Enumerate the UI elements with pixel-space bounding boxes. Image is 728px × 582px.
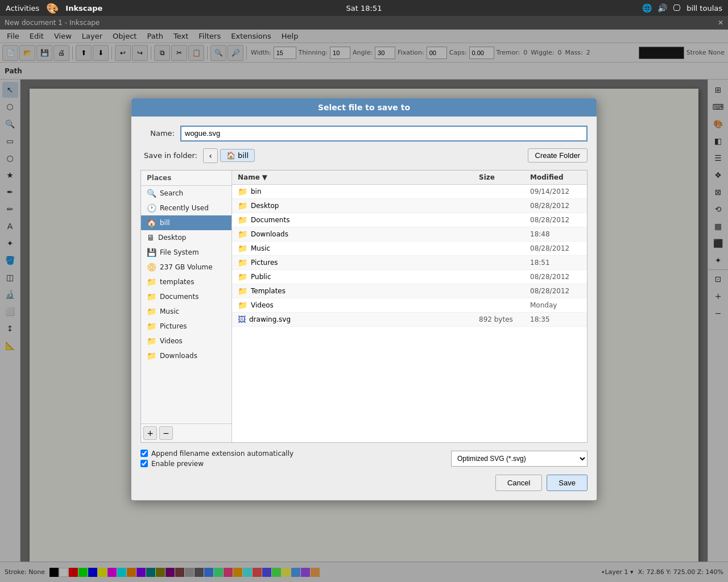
file-label-bin: bin xyxy=(251,188,262,196)
places-item-recently-used[interactable]: 🕐 Recently Used xyxy=(141,201,231,215)
files-header-modified[interactable]: Modified xyxy=(524,171,587,184)
files-header: Name ▼ Size Modified xyxy=(232,171,587,185)
save-in-label: Save in folder: xyxy=(140,151,197,160)
sort-icon: ▼ xyxy=(262,173,267,181)
file-label-drawing: drawing.svg xyxy=(249,315,291,323)
table-row[interactable]: 📁 Public 08/28/2012 xyxy=(232,270,587,284)
filename-input[interactable] xyxy=(180,126,588,142)
places-item-desktop[interactable]: 🖥 Desktop xyxy=(141,230,231,245)
table-row[interactable]: 📁 bin 09/14/2012 xyxy=(232,185,587,199)
volume-icon: 📀 xyxy=(147,263,156,272)
file-modified-pictures: 18:51 xyxy=(524,259,587,267)
places-label-recently-used: Recently Used xyxy=(160,204,209,212)
places-item-music[interactable]: 📁 Music xyxy=(141,304,231,319)
folder-icon: 📁 xyxy=(238,272,247,281)
dialog-options: Append filename extension automatically … xyxy=(140,450,588,468)
table-row[interactable]: 📁 Desktop 08/28/2012 xyxy=(232,199,587,213)
file-modified-desktop: 08/28/2012 xyxy=(524,202,587,210)
save-dialog: Select file to save to Name: Save in fol… xyxy=(131,98,597,501)
file-name-public: 📁 Public xyxy=(232,272,473,281)
templates-folder-icon: 📁 xyxy=(147,277,156,286)
places-item-videos[interactable]: 📁 Videos xyxy=(141,334,231,348)
places-label-file-system: File System xyxy=(160,248,199,256)
back-btn[interactable]: ‹ xyxy=(203,148,218,163)
places-label-bill: bill xyxy=(160,219,170,227)
downloads-folder-icon: 📁 xyxy=(147,351,156,360)
dialog-title: Select file to save to xyxy=(318,103,410,112)
volume-icon: 🔊 xyxy=(657,3,667,13)
places-item-downloads[interactable]: 📁 Downloads xyxy=(141,348,231,363)
folder-icon: 📁 xyxy=(238,215,247,225)
folder-icon: 📁 xyxy=(238,258,247,267)
inkscape-window: New document 1 - Inkscape ✕ File Edit Vi… xyxy=(0,16,728,582)
desktop-icon: 🖥 xyxy=(147,233,155,242)
table-row[interactable]: 📁 Documents 08/28/2012 xyxy=(232,213,587,227)
file-label-videos: Videos xyxy=(251,301,274,309)
file-size-drawing: 892 bytes xyxy=(473,315,524,323)
preview-checkbox[interactable] xyxy=(140,460,148,467)
file-name-templates: 📁 Templates xyxy=(232,286,473,296)
places-item-templates[interactable]: 📁 templates xyxy=(141,275,231,289)
topbar-left: Activities 🎨 Inkscape xyxy=(6,2,102,14)
places-panel: Places 🔍 Search 🕐 Recently Used xyxy=(141,171,232,442)
table-row[interactable]: 📁 Pictures 18:51 xyxy=(232,256,587,270)
file-modified-bin: 09/14/2012 xyxy=(524,188,587,196)
places-label-documents: Documents xyxy=(160,293,198,301)
places-item-documents[interactable]: 📁 Documents xyxy=(141,289,231,304)
file-name-downloads: 📁 Downloads xyxy=(232,230,473,239)
topbar-right: 🌐 🔊 🖵 bill toulas xyxy=(642,3,722,13)
places-label-music: Music xyxy=(160,307,179,315)
cancel-button[interactable]: Cancel xyxy=(495,475,542,491)
file-name-drawing: 🖼 drawing.svg xyxy=(232,315,473,324)
places-label-search: Search xyxy=(160,189,183,197)
format-select[interactable]: Optimized SVG (*.svg) Plain SVG (*.svg) … xyxy=(451,451,588,467)
home-icon: 🏠 xyxy=(147,218,156,227)
preview-checkbox-row: Enable preview xyxy=(140,460,293,468)
table-row[interactable]: 🖼 drawing.svg 892 bytes 18:35 xyxy=(232,313,587,327)
create-folder-btn[interactable]: Create Folder xyxy=(528,148,588,163)
table-row[interactable]: 📁 Music 08/28/2012 xyxy=(232,242,587,256)
save-button[interactable]: Save xyxy=(547,475,588,491)
places-label-templates: templates xyxy=(160,278,194,286)
file-name-documents: 📁 Documents xyxy=(232,215,473,225)
places-label-237gb: 237 GB Volume xyxy=(160,263,213,271)
places-item-pictures[interactable]: 📁 Pictures xyxy=(141,319,231,334)
preview-label: Enable preview xyxy=(151,460,204,468)
file-modified-public: 08/28/2012 xyxy=(524,273,587,281)
modal-backdrop: Select file to save to Name: Save in fol… xyxy=(0,16,728,582)
remove-bookmark-btn[interactable]: − xyxy=(159,426,173,440)
places-item-bill[interactable]: 🏠 bill xyxy=(141,215,231,230)
files-header-size[interactable]: Size xyxy=(473,171,524,184)
file-label-templates: Templates xyxy=(251,287,286,295)
add-bookmark-btn[interactable]: + xyxy=(143,426,157,440)
table-row[interactable]: 📁 Templates 08/28/2012 xyxy=(232,284,587,298)
places-item-237gb[interactable]: 📀 237 GB Volume xyxy=(141,260,231,275)
name-label: Name: xyxy=(140,129,175,138)
file-modified-drawing: 18:35 xyxy=(524,315,587,323)
activities-btn[interactable]: Activities xyxy=(6,4,39,13)
file-label-documents: Documents xyxy=(251,216,289,224)
table-row[interactable]: 📁 Videos Monday xyxy=(232,298,587,313)
folder-icon: 📁 xyxy=(238,286,247,296)
places-list: 🔍 Search 🕐 Recently Used 🏠 bill xyxy=(141,186,231,423)
file-modified-downloads: 18:48 xyxy=(524,230,587,238)
places-item-file-system[interactable]: 💾 File System xyxy=(141,245,231,260)
places-label-pictures: Pictures xyxy=(160,322,187,330)
dialog-titlebar: Select file to save to xyxy=(131,98,597,117)
places-label-downloads: Downloads xyxy=(160,352,197,360)
current-folder-btn[interactable]: 🏠 bill xyxy=(220,149,255,162)
file-name-videos: 📁 Videos xyxy=(232,301,473,310)
filesystem-icon: 💾 xyxy=(147,248,156,257)
places-footer: + − xyxy=(141,423,231,442)
table-row[interactable]: 📁 Downloads 18:48 xyxy=(232,227,587,242)
file-label-public: Public xyxy=(251,273,271,281)
files-header-name[interactable]: Name ▼ xyxy=(232,171,473,184)
name-col-label: Name xyxy=(238,173,260,181)
places-item-search[interactable]: 🔍 Search xyxy=(141,186,231,201)
clock-icon: 🕐 xyxy=(147,203,156,213)
places-label-videos: Videos xyxy=(160,337,183,345)
append-checkbox[interactable] xyxy=(140,450,148,457)
places-header: Places xyxy=(141,171,231,186)
network-icon: 🌐 xyxy=(642,3,652,13)
user-name: bill toulas xyxy=(686,4,722,13)
